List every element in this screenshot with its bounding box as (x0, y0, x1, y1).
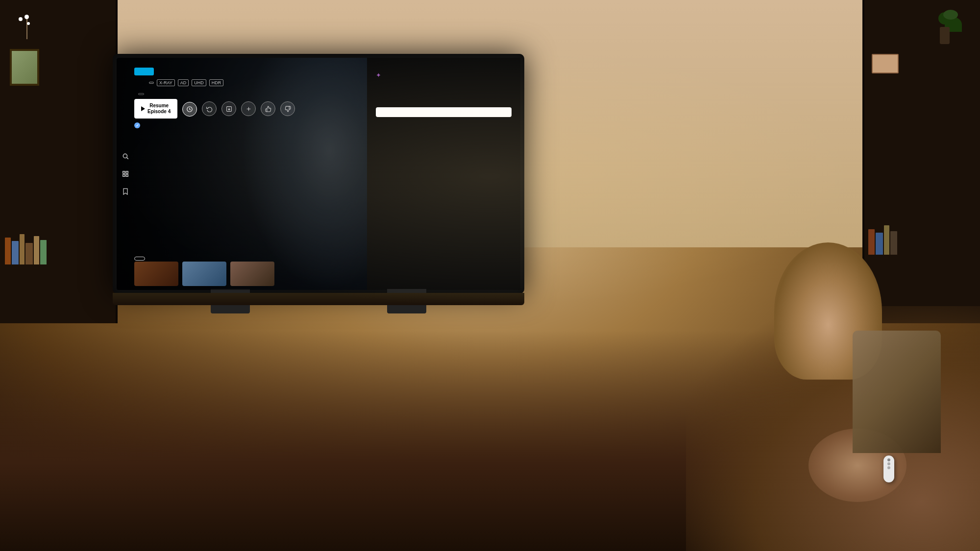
thumbnails-row (134, 262, 362, 286)
thumbs-down-button[interactable] (280, 101, 295, 116)
svg-point-0 (123, 154, 127, 158)
sidebar (121, 151, 130, 196)
book (12, 241, 19, 264)
thumbs-up-button[interactable] (261, 101, 275, 116)
download-button[interactable] (221, 101, 236, 116)
book (34, 236, 39, 264)
recap-episode-option[interactable] (376, 94, 512, 103)
remote-control (883, 455, 894, 482)
book (40, 240, 47, 264)
thumbnail-3[interactable] (230, 262, 274, 286)
bookmark-icon[interactable] (121, 187, 130, 196)
scene: X-RAY AD UHD HDR (0, 0, 980, 551)
recap-panel: ✦ (367, 58, 520, 290)
svg-rect-2 (123, 171, 125, 173)
cotton-plant (15, 15, 39, 49)
resume-label: ResumeEpisode 4 (147, 103, 171, 115)
svg-rect-5 (126, 174, 128, 176)
rating-row: X-RAY AD UHD HDR (134, 79, 362, 86)
hdr-badge: HDR (209, 79, 224, 86)
included-prime-label: ✓ (134, 122, 362, 128)
thumbnail-2[interactable] (182, 262, 226, 286)
shelf-right (862, 0, 980, 323)
ad-badge: AD (178, 79, 189, 86)
tv-bezel: X-RAY AD UHD HDR (113, 54, 524, 294)
tv-console (113, 293, 524, 305)
tabs-row (134, 257, 192, 261)
thumbnail-1[interactable] (134, 262, 178, 286)
book (20, 234, 24, 264)
svg-rect-4 (123, 174, 125, 176)
check-icon: ✓ (134, 122, 140, 128)
shelf-books-right (868, 225, 897, 255)
tab-episodes[interactable] (134, 257, 145, 261)
tv-screen: X-RAY AD UHD HDR (117, 58, 520, 290)
grid-icon[interactable] (121, 169, 130, 179)
content-overlay: X-RAY AD UHD HDR (134, 68, 362, 128)
replay-button[interactable] (202, 101, 217, 116)
action-row: ResumeEpisode 4 (134, 99, 362, 119)
book (25, 243, 33, 264)
prime-logo (134, 68, 154, 75)
ai-sparkle-icon: ✦ (376, 72, 381, 79)
tab-related[interactable] (167, 257, 176, 261)
book (5, 238, 11, 264)
frame-art (10, 49, 39, 86)
more-button[interactable] (138, 93, 144, 95)
uhd-badge: UHD (192, 79, 206, 86)
plant-right (936, 7, 970, 51)
search-icon[interactable] (121, 151, 130, 161)
recap-button[interactable] (182, 102, 197, 117)
recap-previous-season-option[interactable] (376, 121, 512, 131)
age-badge (149, 82, 154, 84)
ai-badge: ✦ (376, 72, 383, 79)
rating-count: X-RAY AD UHD HDR (137, 79, 223, 86)
shelf-left (0, 0, 118, 323)
add-button[interactable] (241, 101, 256, 116)
recap-season2-option[interactable] (376, 107, 512, 117)
svg-rect-3 (126, 171, 128, 173)
recap-button-group (182, 101, 197, 117)
resume-button[interactable]: ResumeEpisode 4 (134, 99, 177, 119)
couch-arm (853, 331, 941, 453)
shelf-decor (872, 54, 899, 73)
svg-line-1 (127, 158, 128, 159)
content-left-panel: X-RAY AD UHD HDR (117, 58, 367, 290)
episode-info (134, 90, 362, 96)
play-icon (141, 106, 145, 111)
tv-stand: X-RAY AD UHD HDR (113, 54, 524, 313)
xray-badge: X-RAY (157, 79, 175, 86)
tab-extras[interactable] (182, 257, 192, 261)
tab-explore[interactable] (151, 257, 161, 261)
